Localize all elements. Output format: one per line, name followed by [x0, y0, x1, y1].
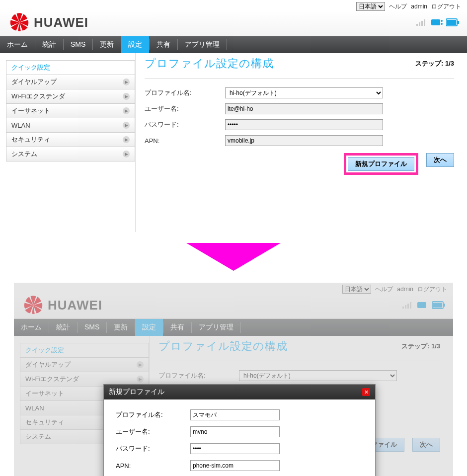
brand: HUAWEI [22, 296, 102, 315]
nav-update[interactable]: 更新 [107, 319, 135, 336]
nav-sms[interactable]: SMS [78, 319, 106, 336]
dlg-apn-label: APN: [116, 462, 190, 470]
nav-settings[interactable]: 設定 [135, 319, 163, 336]
nav-stats[interactable]: 統計 [49, 319, 77, 336]
transition-arrow-icon [186, 243, 281, 271]
new-profile-button[interactable]: 新規プロファイル [348, 157, 414, 171]
nav-sms[interactable]: SMS [64, 36, 92, 53]
nav-home[interactable]: ホーム [0, 36, 35, 53]
chevron-right-icon: ▶ [123, 107, 130, 114]
status-icons [416, 18, 459, 27]
nav-home[interactable]: ホーム [14, 319, 49, 336]
dlg-profile-input[interactable] [190, 409, 280, 420]
svg-rect-12 [407, 304, 409, 309]
svg-rect-9 [458, 21, 459, 24]
brand-name: HUAWEI [48, 298, 102, 313]
topbar: 日本語 ヘルプ admin ログアウト [14, 283, 453, 294]
chevron-right-icon: ▶ [123, 79, 130, 85]
main-nav: ホーム 統計 SMS 更新 設定 共有 アプリ管理 [14, 319, 453, 336]
nav-share[interactable]: 共有 [163, 319, 191, 336]
nav-appmgr[interactable]: アプリ管理 [192, 319, 240, 336]
nav-appmgr[interactable]: アプリ管理 [178, 36, 227, 53]
sidebar-item-wifiext[interactable]: Wi-Fiエクステンダ▶ [6, 89, 135, 104]
sidebar-item-quick[interactable]: クイック設定 [6, 60, 135, 75]
svg-rect-2 [421, 21, 423, 26]
close-icon[interactable]: ✕ [362, 388, 370, 396]
page-title: プロファイル設定の構成 [158, 339, 288, 354]
signal-icon [402, 301, 413, 309]
chevron-right-icon: ▶ [137, 376, 144, 383]
sidebar-item-dialup[interactable]: ダイヤルアップ▶ [20, 357, 149, 372]
svg-rect-8 [447, 20, 456, 25]
sidebar-item-label: Wi-Fiエクステンダ [25, 375, 79, 384]
sidebar-item-dialup[interactable]: ダイヤルアップ▶ [6, 75, 135, 89]
dlg-apn-input[interactable] [190, 460, 280, 471]
sidebar-item-wlan[interactable]: WLAN▶ [6, 118, 135, 133]
nav-settings[interactable]: 設定 [121, 36, 149, 53]
next-button[interactable]: 次へ [426, 153, 454, 167]
brand-name: HUAWEI [34, 15, 88, 30]
sidebar-item-label: ダイヤルアップ [25, 360, 71, 369]
chevron-right-icon: ▶ [123, 151, 130, 158]
sidebar: クイック設定 ダイヤルアップ▶ Wi-Fiエクステンダ▶ イーサネット▶ WLA… [0, 53, 135, 161]
nav-share[interactable]: 共有 [150, 36, 177, 53]
help-link[interactable]: ヘルプ [389, 2, 407, 11]
user-link[interactable]: admin [411, 3, 427, 10]
sidebar-item-system[interactable]: システム▶ [6, 147, 135, 161]
page-title: プロファイル設定の構成 [145, 56, 274, 71]
svg-point-6 [441, 23, 443, 25]
huawei-logo-icon [8, 13, 31, 32]
profile-name-select[interactable]: hi-ho(デフォルト) [225, 87, 383, 98]
svg-rect-17 [444, 304, 445, 307]
header: HUAWEI [14, 294, 453, 319]
next-button[interactable]: 次へ [412, 438, 440, 452]
dlg-pass-input[interactable] [190, 443, 280, 454]
wifi-icon [430, 18, 443, 27]
main-area: プロファイル設定の構成 ステップ: 1/3 プロファイル名: hi-ho(デフォ… [135, 53, 467, 232]
profile-name-select[interactable]: hi-ho(デフォルト) [239, 370, 397, 381]
svg-rect-0 [416, 24, 418, 26]
sidebar-item-label: WLAN [11, 122, 30, 129]
nav-update[interactable]: 更新 [93, 36, 121, 53]
sidebar-item-ethernet[interactable]: イーサネット▶ [6, 103, 135, 118]
svg-rect-1 [419, 22, 420, 26]
svg-point-5 [441, 20, 443, 22]
language-select[interactable]: 日本語 [342, 285, 371, 294]
help-link[interactable]: ヘルプ [375, 285, 393, 294]
logout-link[interactable]: ログアウト [417, 285, 447, 294]
sidebar-item-label: クイック設定 [25, 346, 64, 355]
svg-rect-11 [405, 305, 406, 309]
apn-label: APN: [145, 137, 225, 145]
svg-rect-16 [433, 303, 442, 308]
sidebar-item-label: イーサネット [11, 106, 50, 115]
sidebar-item-security[interactable]: セキュリティ▶ [6, 132, 135, 147]
username-field[interactable] [225, 103, 383, 114]
dlg-user-input[interactable] [190, 426, 280, 437]
panel-before: 日本語 ヘルプ admin ログアウト HUAWEI [0, 0, 467, 232]
highlight-new-profile: 新規プロファイル [344, 153, 418, 175]
panel-after: 日本語 ヘルプ admin ログアウト HUAWEI ホーム 統計 SMS 更新… [14, 283, 453, 476]
chevron-right-icon: ▶ [123, 136, 130, 143]
password-field[interactable] [225, 119, 383, 130]
dialog-title-text: 新規プロファイル [109, 388, 164, 397]
sidebar-item-label: システム [25, 432, 51, 441]
sidebar-item-quick[interactable]: クイック設定 [20, 343, 149, 358]
chevron-right-icon: ▶ [137, 361, 144, 368]
username-label: ユーザー名: [145, 104, 225, 113]
nav-stats[interactable]: 統計 [35, 36, 63, 53]
wifi-icon [416, 301, 429, 310]
user-link[interactable]: admin [397, 286, 413, 293]
language-select[interactable]: 日本語 [356, 2, 385, 11]
step-indicator: ステップ: 1/3 [415, 59, 454, 68]
apn-field[interactable] [225, 135, 383, 146]
svg-rect-3 [424, 19, 425, 26]
content: クイック設定 ダイヤルアップ▶ Wi-Fiエクステンダ▶ イーサネット▶ WLA… [0, 53, 467, 232]
dlg-user-label: ユーザー名: [116, 427, 190, 436]
sidebar-item-label: WLAN [25, 404, 44, 412]
chevron-right-icon: ▶ [123, 122, 130, 129]
dialog-titlebar: 新規プロファイル ✕ [104, 385, 375, 399]
huawei-logo-icon [22, 296, 45, 315]
sidebar-item-label: セキュリティ [25, 418, 64, 427]
step-indicator: ステップ: 1/3 [401, 342, 440, 351]
logout-link[interactable]: ログアウト [431, 2, 461, 11]
